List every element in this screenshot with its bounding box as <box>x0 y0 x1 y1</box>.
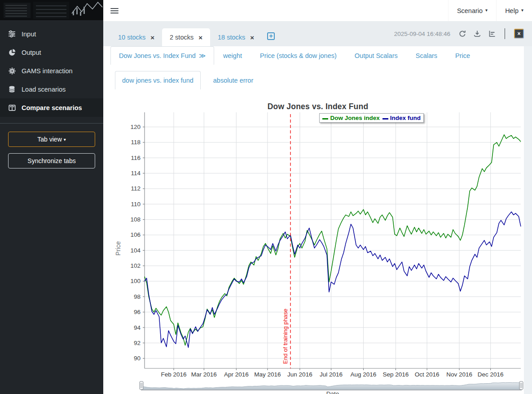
y-tick-label: 102 <box>130 262 141 269</box>
tab-toolbar: 2025-09-04 16:48:46 × <box>394 21 524 46</box>
top-header: Scenario ▾ Help ▾ <box>103 0 532 21</box>
sidebar-item-label: Input <box>22 31 36 38</box>
x-tick-label: Jul 2016 <box>320 371 343 378</box>
y-tick-label: 108 <box>130 216 141 223</box>
tab-price[interactable]: Price <box>446 46 479 65</box>
brand-image <box>0 0 103 20</box>
chart-title: Dow Jones vs. Index Fund <box>111 102 524 111</box>
caret-down-icon: ▾ <box>485 8 488 13</box>
tab-content: Dow Jones vs. Index Fund ≫ weight Price … <box>103 46 532 394</box>
y-tick-label: 114 <box>131 170 141 177</box>
top-menu: Scenario ▾ Help ▾ <box>448 0 532 21</box>
bar-chart-icon[interactable] <box>488 30 496 37</box>
x-tick-label: Apr 2016 <box>224 371 249 378</box>
tab-dow-jones-vs-index-fund-chart[interactable]: dow jones vs. index fund <box>115 71 201 89</box>
timestamp: 2025-09-04 16:48:46 <box>394 31 450 37</box>
sidebar-item-compare-scenarios[interactable]: Compare scenarios <box>0 98 103 117</box>
tab-weight[interactable]: weight <box>214 46 251 65</box>
y-tick-label: 94 <box>134 324 141 331</box>
y-tick-label: 110 <box>131 201 141 208</box>
x-tick-label: Aug 2016 <box>351 371 377 378</box>
columns-icon <box>8 104 16 111</box>
y-tick-label: 112 <box>131 185 141 192</box>
toolbar-divider <box>505 28 505 39</box>
legend-line-swatch-dow-jones <box>322 118 328 120</box>
close-icon[interactable]: × <box>250 34 254 41</box>
y-axis-title: Price <box>114 241 122 256</box>
sidebar-item-output[interactable]: Output <box>0 43 103 62</box>
x-tick-label: Mar 2016 <box>191 371 217 378</box>
scenario-menu[interactable]: Scenario ▾ <box>448 0 496 21</box>
legend-label-dow-jones: Dow Jones index <box>330 115 379 121</box>
y-tick-label: 120 <box>130 124 141 130</box>
tab-price-stocks-dow-jones[interactable]: Price (stocks & dow jones) <box>251 46 346 65</box>
app-window: Input Output GAMS interaction Load scena… <box>0 0 532 394</box>
tab-dow-jones-vs-index-fund[interactable]: Dow Jones vs. Index Fund ≫ <box>110 46 214 65</box>
y-tick-label: 118 <box>131 139 141 146</box>
tab-18-stocks[interactable]: 18 stocks × <box>210 28 262 46</box>
sidebar-divider <box>0 123 103 124</box>
close-icon[interactable]: × <box>150 34 154 41</box>
y-tick-label: 100 <box>130 278 141 284</box>
scenario-tabs: 10 stocks × 2 stocks × 18 stocks × + <box>110 28 275 46</box>
help-menu[interactable]: Help ▾ <box>496 0 532 21</box>
caret-down-icon: ▾ <box>521 8 523 13</box>
hamburger-menu-icon[interactable] <box>110 7 119 15</box>
chart-legend: Dow Jones index Index fund <box>319 113 424 123</box>
series-line-index-fund <box>145 212 521 348</box>
sidebar-nav: Input Output GAMS interaction Load scena… <box>0 20 103 117</box>
sidebar: Input Output GAMS interaction Load scena… <box>0 0 103 394</box>
sidebar-item-input[interactable]: Input <box>0 25 103 43</box>
tab-scalars[interactable]: Scalars <box>407 46 446 65</box>
x-axis-title: Date <box>326 390 339 394</box>
y-tick-label: 92 <box>134 340 141 346</box>
y-tick-label: 116 <box>131 155 141 161</box>
database-icon <box>8 85 16 93</box>
legend-line-swatch-index-fund <box>383 118 388 120</box>
x-tick-label: Feb 2016 <box>161 371 186 378</box>
sidebar-item-gams-interaction[interactable]: GAMS interaction <box>0 62 103 80</box>
sidebar-item-label: Output <box>22 49 41 56</box>
training-end-label: End of training phase <box>282 309 289 364</box>
y-tick-label: 90 <box>134 355 141 362</box>
sidebar-item-label: GAMS interaction <box>22 67 73 75</box>
sliders-icon <box>8 30 16 38</box>
view-tabs-level2: dow jones vs. index fund absolute error <box>115 71 262 89</box>
gear-icon <box>8 67 16 75</box>
pie-chart-icon <box>8 49 16 56</box>
x-tick-label: Dec 2016 <box>478 371 504 378</box>
close-window-icon[interactable]: × <box>514 29 524 39</box>
x-tick-label: Jun 2016 <box>287 371 312 378</box>
download-icon[interactable] <box>474 30 481 37</box>
legend-label-index-fund: Index fund <box>390 115 421 121</box>
tab-2-stocks[interactable]: 2 stocks × <box>162 28 210 46</box>
x-tick-label: Sep 2016 <box>383 371 409 378</box>
y-tick-label: 96 <box>134 309 141 315</box>
y-tick-label: 106 <box>130 231 141 238</box>
close-icon[interactable]: × <box>198 34 202 41</box>
x-tick-label: Oct 2016 <box>415 371 440 378</box>
sidebar-item-label: Compare scenarios <box>22 104 82 111</box>
scroll-gutter[interactable] <box>524 46 532 394</box>
x-tick-label: Nov 2016 <box>446 371 472 378</box>
series-line-dow-jones-index <box>145 135 521 345</box>
price-chart: 9092949698100102104106108110112114116118… <box>103 112 532 394</box>
y-tick-label: 104 <box>130 247 141 254</box>
scenario-tab-bar: 10 stocks × 2 stocks × 18 stocks × + 202… <box>103 21 532 46</box>
tab-10-stocks[interactable]: 10 stocks × <box>110 28 162 46</box>
sidebar-item-label: Load scenarios <box>22 86 66 93</box>
y-tick-label: 98 <box>134 293 141 300</box>
synchronize-tabs-button[interactable]: Synchronize tabs <box>8 153 95 168</box>
sidebar-item-load-scenarios[interactable]: Load scenarios <box>0 80 103 98</box>
tab-absolute-error[interactable]: absolute error <box>204 71 262 89</box>
tab-output-scalars[interactable]: Output Scalars <box>346 46 407 65</box>
x-tick-label: May 2016 <box>254 371 281 378</box>
caret-down-icon: ▾ <box>64 137 66 142</box>
refresh-icon[interactable] <box>459 30 466 37</box>
chevron-double-right-icon[interactable]: ≫ <box>199 52 206 59</box>
tab-view-button[interactable]: Tab view ▾ <box>8 132 95 147</box>
view-tabs-level1: Dow Jones vs. Index Fund ≫ weight Price … <box>110 46 479 65</box>
add-tab-icon[interactable]: + <box>267 32 275 40</box>
